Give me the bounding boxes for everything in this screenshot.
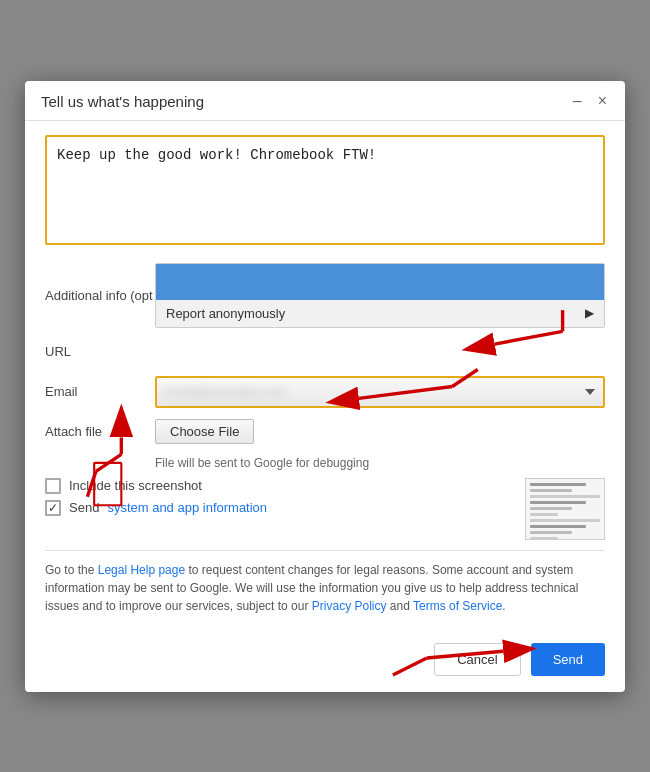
email-row: Email email@example.com (45, 376, 605, 408)
send-button[interactable]: Send (531, 643, 605, 676)
legal-text: Go to the Legal Help page to request con… (45, 550, 605, 615)
attach-field: Choose File (155, 419, 605, 444)
include-screenshot-label: Include this screenshot (69, 478, 202, 493)
thumb-line-7 (530, 519, 600, 522)
thumb-line-3 (530, 495, 600, 498)
title-bar-controls: – × (571, 93, 609, 109)
thumb-line-4 (530, 501, 586, 504)
additional-info-row: Additional info (opt Report anonymously … (45, 263, 605, 328)
dialog-title: Tell us what's happening (41, 93, 204, 110)
thumb-line-1 (530, 483, 586, 486)
anon-header-blue (156, 264, 604, 300)
email-label: Email (45, 384, 155, 399)
minimize-button[interactable]: – (571, 93, 584, 109)
url-row: URL (45, 336, 605, 368)
legal-text-before: Go to the (45, 563, 98, 577)
dialog-footer: Cancel Send (25, 643, 625, 692)
send-info-prefix: Send (69, 500, 99, 515)
url-label: URL (45, 344, 155, 359)
close-button[interactable]: × (596, 93, 609, 109)
include-screenshot-row: Include this screenshot (45, 478, 513, 494)
legal-text-between: and (386, 599, 412, 613)
legal-text-end: . (502, 599, 505, 613)
choose-file-button[interactable]: Choose File (155, 419, 254, 444)
email-select[interactable]: email@example.com (155, 376, 605, 408)
feedback-textarea[interactable]: Keep up the good work! Chromebook FTW! (45, 135, 605, 245)
screenshot-section: Include this screenshot Send system and … (45, 478, 605, 540)
send-info-checkbox[interactable] (45, 500, 61, 516)
send-info-row: Send system and app information (45, 500, 513, 516)
anon-chevron-icon: ▶ (585, 306, 594, 320)
anon-row[interactable]: Report anonymously ▶ (156, 300, 604, 327)
dialog-body: Keep up the good work! Chromebook FTW! A… (25, 121, 625, 643)
cancel-button[interactable]: Cancel (434, 643, 520, 676)
checkboxes-area: Include this screenshot Send system and … (45, 478, 513, 522)
attach-file-row: Attach file Choose File (45, 416, 605, 448)
thumb-line-9 (530, 531, 572, 534)
file-hint: File will be sent to Google for debuggin… (155, 456, 605, 470)
attach-label: Attach file (45, 424, 155, 439)
email-select-wrapper: email@example.com (155, 376, 605, 408)
thumb-line-6 (530, 513, 558, 516)
screenshot-thumbnail (525, 478, 605, 540)
terms-link[interactable]: Terms of Service (413, 599, 502, 613)
thumb-line-2 (530, 489, 572, 492)
thumb-line-8 (530, 525, 586, 528)
privacy-policy-link[interactable]: Privacy Policy (312, 599, 387, 613)
email-value: email@example.com (165, 384, 577, 399)
anon-option-label: Report anonymously (166, 306, 285, 321)
legal-help-link[interactable]: Legal Help page (98, 563, 185, 577)
thumb-content (526, 479, 604, 540)
email-chevron-icon (585, 389, 595, 395)
send-info-link[interactable]: system and app information (107, 500, 267, 515)
include-screenshot-checkbox[interactable] (45, 478, 61, 494)
title-bar: Tell us what's happening – × (25, 81, 625, 121)
anonymous-dropdown[interactable]: Report anonymously ▶ (155, 263, 605, 328)
thumb-line-5 (530, 507, 572, 510)
thumb-line-10 (530, 537, 558, 540)
additional-info-label: Additional info (opt (45, 288, 155, 303)
